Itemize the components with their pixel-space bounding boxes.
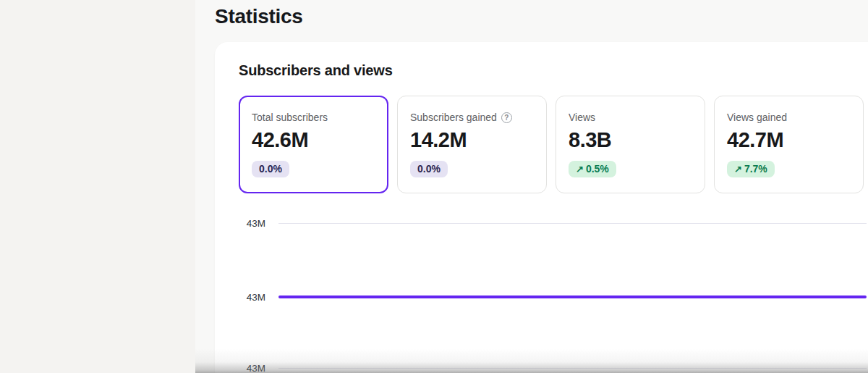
change-badge: ↗ 7.7% [727, 161, 775, 177]
stat-value: 8.3B [569, 128, 692, 152]
y-axis-tick: 43M [239, 292, 265, 303]
subscribers-line [278, 296, 867, 298]
y-axis-tick: 43M [239, 218, 265, 229]
stat-card-row: Total subscribers 42.6M 0.0% Subscribers… [239, 96, 864, 193]
trend-up-icon: ↗ [576, 164, 584, 175]
page-title: Statistics [215, 5, 303, 28]
change-badge: 0.0% [252, 161, 289, 177]
stat-value: 42.7M [727, 128, 851, 152]
main-content: Statistics Subscribers and views Total s… [195, 0, 868, 373]
gridline [278, 223, 867, 224]
change-badge: ↗ 0.5% [569, 161, 616, 177]
stat-label-text: Views [569, 112, 595, 123]
stat-label: Views gained [727, 112, 851, 123]
stat-card-views[interactable]: Views 8.3B ↗ 0.5% [556, 96, 705, 193]
chart-grid-row: 43M [239, 361, 867, 373]
help-icon[interactable]: ? [501, 112, 512, 123]
badge-value: 0.0% [417, 163, 441, 175]
trend-up-icon: ↗ [734, 164, 742, 175]
gridline [278, 368, 867, 369]
stat-value: 42.6M [252, 128, 375, 152]
statistics-page: Statistics Subscribers and views Total s… [0, 0, 868, 373]
statistics-card: Subscribers and views Total subscribers … [215, 42, 868, 373]
stat-card-total-subscribers[interactable]: Total subscribers 42.6M 0.0% [239, 96, 388, 193]
stat-value: 14.2M [410, 128, 534, 152]
stat-label-text: Subscribers gained [410, 112, 497, 123]
stat-card-views-gained[interactable]: Views gained 42.7M ↗ 7.7% [714, 96, 864, 193]
stat-label-text: Views gained [727, 112, 787, 123]
stat-label: Subscribers gained ? [410, 112, 534, 123]
subscribers-chart: 43M 43M 43M [239, 217, 867, 373]
stat-label: Views [569, 112, 692, 123]
badge-value: 7.7% [744, 163, 767, 175]
stat-card-subscribers-gained[interactable]: Subscribers gained ? 14.2M 0.0% [397, 96, 547, 193]
stat-label: Total subscribers [252, 112, 375, 123]
left-panel [0, 0, 195, 373]
badge-value: 0.0% [259, 163, 282, 175]
stat-label-text: Total subscribers [252, 112, 328, 123]
chart-grid-row: 43M [239, 216, 867, 230]
chart-data-row: 43M [239, 290, 867, 304]
badge-value: 0.5% [586, 163, 609, 175]
section-heading: Subscribers and views [239, 62, 393, 79]
y-axis-tick: 43M [239, 363, 265, 373]
change-badge: 0.0% [410, 161, 448, 177]
